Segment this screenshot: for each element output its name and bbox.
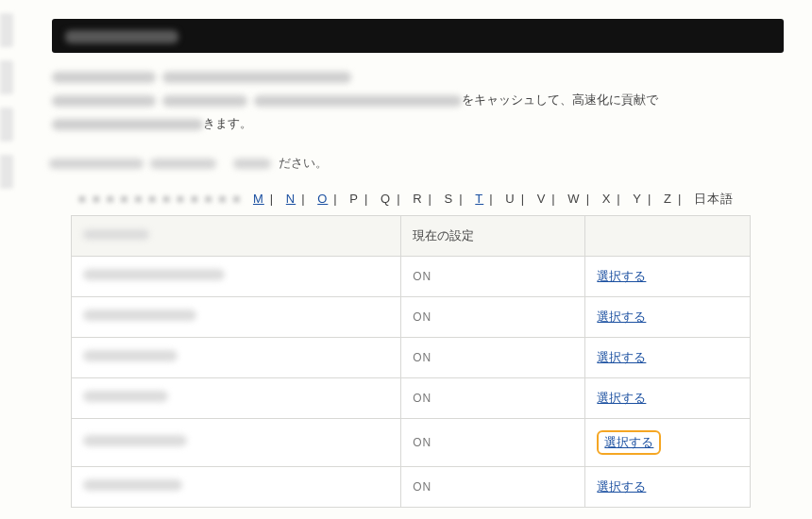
alpha-w: W [567, 192, 580, 206]
alpha-link-o[interactable]: O [317, 192, 328, 206]
alpha-z: Z [664, 192, 672, 206]
select-link[interactable]: 選択する [597, 391, 646, 405]
status-cell: ON [401, 466, 585, 507]
action-cell: 選択する [585, 377, 751, 418]
section-title-blurred [65, 30, 178, 43]
select-link[interactable]: 選択する [597, 479, 646, 494]
status-cell: ON [401, 418, 585, 466]
alpha-q: Q [381, 192, 391, 206]
action-cell: 選択する [585, 296, 751, 337]
instruction-line: ださい。 [49, 155, 784, 172]
highlight-ring: 選択する [597, 430, 661, 455]
alpha-v: V [537, 192, 547, 206]
status-cell: ON [401, 377, 585, 418]
alpha-jp: 日本語 [694, 192, 734, 206]
alpha-index: ■■■■■■■■■■■■ M| N| O| P| Q| R| S| T| U| … [28, 191, 784, 208]
domain-cell [72, 466, 401, 507]
table-row: ON選択する [72, 256, 751, 296]
status-cell: ON [401, 256, 585, 296]
alpha-y: Y [633, 192, 642, 206]
domain-cell [72, 377, 401, 418]
intro-tail-2: きます。 [203, 116, 252, 130]
section-header [52, 19, 784, 53]
domain-settings-table: 現在の設定 ON選択するON選択するON選択するON選択するON選択するON選択… [71, 215, 751, 508]
domain-cell [72, 296, 401, 337]
col-header-domain [72, 215, 401, 256]
select-link[interactable]: 選択する [604, 435, 653, 449]
domain-cell [72, 337, 401, 377]
table-row: ON選択する [72, 466, 751, 507]
alpha-p: P [349, 192, 359, 206]
domain-cell [72, 418, 401, 466]
alpha-x: X [602, 192, 612, 206]
page-container: をキャッシュして、高速化に貢献で きます。 ださい。 ■■■■■■■■■■■■ … [0, 0, 812, 519]
action-cell: 選択する [585, 337, 751, 377]
alpha-link-t[interactable]: T [475, 192, 483, 206]
table-row: ON選択する [72, 296, 751, 337]
alpha-faded-prefix: ■■■■■■■■■■■■ [76, 192, 250, 206]
instruction-tail: ださい。 [279, 156, 328, 170]
table-row: ON選択する [72, 337, 751, 377]
col-header-action [585, 215, 751, 256]
alpha-r: R [413, 192, 422, 206]
domain-cell [72, 256, 401, 296]
table-row: ON選択する [72, 377, 751, 418]
alpha-s: S [445, 192, 454, 206]
status-cell: ON [401, 337, 585, 377]
alpha-link-m[interactable]: M [253, 192, 264, 206]
select-link[interactable]: 選択する [597, 269, 646, 283]
select-link[interactable]: 選択する [597, 350, 646, 364]
alpha-link-n[interactable]: N [286, 192, 296, 206]
intro-tail-1: をキャッシュして、高速化に貢献で [462, 92, 658, 107]
select-link[interactable]: 選択する [597, 310, 646, 324]
alpha-u: U [505, 192, 515, 206]
table-row: ON選択する [72, 418, 751, 466]
col-header-current: 現在の設定 [401, 215, 585, 256]
intro-text: をキャッシュして、高速化に貢献で きます。 [52, 66, 784, 136]
action-cell: 選択する [585, 466, 751, 507]
action-cell: 選択する [585, 418, 751, 466]
action-cell: 選択する [585, 256, 751, 296]
status-cell: ON [401, 296, 585, 337]
